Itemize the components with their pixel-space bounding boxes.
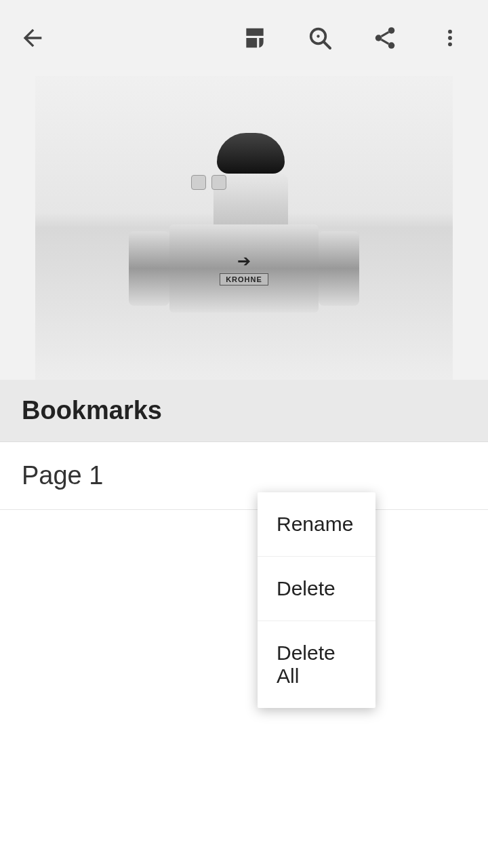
- brand-plate: KROHNE: [220, 273, 268, 285]
- document-preview[interactable]: ➔ KROHNE: [35, 76, 453, 380]
- svg-point-6: [375, 35, 382, 41]
- share-icon: [372, 25, 398, 51]
- context-delete[interactable]: Delete: [258, 557, 375, 621]
- svg-point-7: [388, 42, 395, 48]
- svg-rect-1: [246, 38, 257, 47]
- svg-line-4: [324, 42, 330, 48]
- context-delete-all[interactable]: Delete All: [258, 621, 375, 708]
- svg-point-5: [388, 27, 395, 34]
- bookmarks-panel: Bookmarks Page 1: [0, 380, 488, 868]
- svg-point-3: [317, 35, 319, 37]
- toolbar: [0, 0, 488, 76]
- search-button[interactable]: [287, 11, 352, 65]
- bookmarks-header: Bookmarks: [0, 380, 488, 442]
- back-arrow-icon: [19, 24, 46, 52]
- page-layout-icon: [242, 25, 268, 51]
- context-menu: Rename Delete Delete All: [258, 492, 375, 708]
- page-layout-button[interactable]: [222, 11, 287, 65]
- flow-arrow-icon: ➔: [237, 252, 251, 271]
- bookmark-item[interactable]: Page 1: [0, 442, 488, 510]
- context-item-label: Delete All: [277, 642, 336, 687]
- more-button[interactable]: [418, 11, 483, 65]
- context-item-label: Delete: [277, 577, 336, 599]
- svg-point-8: [448, 30, 452, 34]
- product-image: ➔ KROHNE: [35, 76, 453, 380]
- context-item-label: Rename: [277, 513, 353, 535]
- svg-point-9: [448, 36, 452, 40]
- back-button[interactable]: [5, 11, 60, 65]
- search-icon: [306, 24, 333, 52]
- svg-rect-0: [246, 28, 263, 36]
- bookmark-item-label: Page 1: [22, 461, 103, 490]
- context-rename[interactable]: Rename: [258, 492, 375, 557]
- more-vert-icon: [439, 27, 461, 49]
- share-button[interactable]: [352, 11, 418, 65]
- svg-point-10: [448, 42, 452, 46]
